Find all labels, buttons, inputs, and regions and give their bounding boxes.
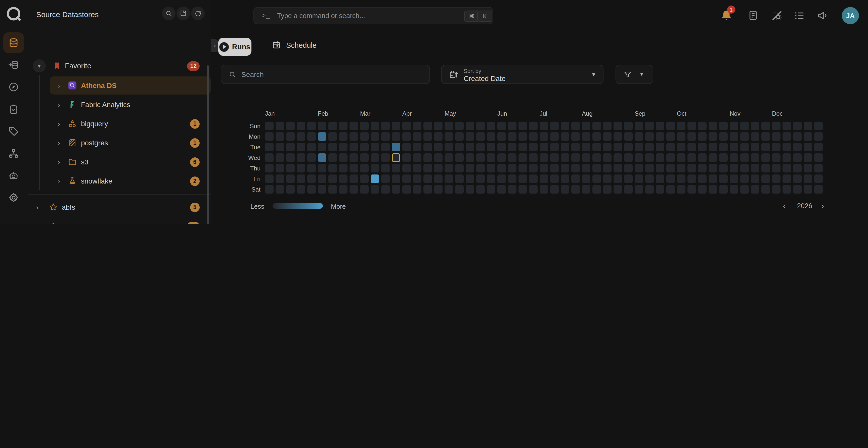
heatmap-cell[interactable] <box>656 143 664 151</box>
heatmap-cell[interactable] <box>297 153 305 162</box>
heatmap-cell[interactable] <box>318 122 327 130</box>
heatmap-cell[interactable] <box>793 122 802 130</box>
heatmap-cell[interactable] <box>424 174 432 183</box>
heatmap-cell[interactable] <box>381 143 390 151</box>
heatmap-cell[interactable] <box>772 174 780 183</box>
heatmap-cell[interactable] <box>645 164 654 172</box>
heatmap-cell-active[interactable] <box>392 153 400 162</box>
heatmap-cell[interactable] <box>466 164 474 172</box>
heatmap-cell[interactable] <box>424 153 432 162</box>
heatmap-cell[interactable] <box>582 153 590 162</box>
heatmap-cell[interactable] <box>751 185 760 194</box>
heatmap-cell[interactable] <box>804 174 812 183</box>
heatmap-cell[interactable] <box>603 153 612 162</box>
heatmap-cell[interactable] <box>592 174 601 183</box>
heatmap-cell[interactable] <box>677 164 685 172</box>
heatmap-cell[interactable] <box>455 185 464 194</box>
heatmap-cell[interactable] <box>677 122 685 130</box>
heatmap-cell[interactable] <box>539 185 548 194</box>
heatmap-cell[interactable] <box>444 132 453 141</box>
heatmap-cell[interactable] <box>666 143 675 151</box>
heatmap-cell[interactable] <box>276 185 284 194</box>
heatmap-cell[interactable] <box>497 174 506 183</box>
heatmap-cell[interactable] <box>476 143 485 151</box>
heatmap-cell[interactable] <box>614 132 622 141</box>
heatmap-cell[interactable] <box>762 164 770 172</box>
heatmap-cell[interactable] <box>571 174 580 183</box>
heatmap-cell[interactable] <box>508 164 517 172</box>
heatmap-cell[interactable] <box>772 185 780 194</box>
heatmap-cell[interactable] <box>508 185 517 194</box>
heatmap-cell[interactable] <box>698 132 707 141</box>
heatmap-cell[interactable] <box>392 132 400 141</box>
heatmap-cell[interactable] <box>772 153 780 162</box>
heatmap-cell[interactable] <box>339 164 347 172</box>
heatmap-cell[interactable] <box>782 164 791 172</box>
sidebar-item-athena-ds[interactable]: ›Athena DS <box>50 76 211 95</box>
heatmap-cell[interactable] <box>561 122 569 130</box>
heatmap-cell-active[interactable] <box>392 143 400 151</box>
user-avatar[interactable]: JA <box>842 7 859 24</box>
heatmap-cell[interactable] <box>497 132 506 141</box>
heatmap-cell[interactable] <box>793 143 802 151</box>
heatmap-cell[interactable] <box>762 132 770 141</box>
heatmap-cell[interactable] <box>762 143 770 151</box>
heatmap-cell[interactable] <box>276 164 284 172</box>
heatmap-cell[interactable] <box>360 164 369 172</box>
heatmap-cell[interactable] <box>751 164 760 172</box>
heatmap-cell[interactable] <box>360 143 369 151</box>
heatmap-cell[interactable] <box>656 185 664 194</box>
heatmap-cell[interactable] <box>592 122 601 130</box>
heatmap-cell[interactable] <box>519 174 527 183</box>
heatmap-cell[interactable] <box>614 164 622 172</box>
heatmap-cell[interactable] <box>329 153 337 162</box>
sidebar-item-s3[interactable]: ›s36 <box>50 153 211 171</box>
heatmap-cell[interactable] <box>444 122 453 130</box>
heatmap-cell[interactable] <box>624 153 633 162</box>
heatmap-cell[interactable] <box>634 122 643 130</box>
heatmap-cell[interactable] <box>719 153 728 162</box>
heatmap-cell[interactable] <box>762 185 770 194</box>
heatmap-cell[interactable] <box>687 143 696 151</box>
heatmap-cell[interactable] <box>539 174 548 183</box>
heatmap-cell[interactable] <box>772 164 780 172</box>
rail-item-datastores[interactable] <box>3 32 24 53</box>
chevron-right-icon[interactable]: › <box>58 82 60 89</box>
heatmap-cell[interactable] <box>402 174 411 183</box>
heatmap-cell[interactable] <box>634 143 643 151</box>
heatmap-cell[interactable] <box>677 153 685 162</box>
sidebar-refresh-button[interactable] <box>191 6 205 20</box>
heatmap-cell[interactable] <box>286 132 295 141</box>
heatmap-cell[interactable] <box>487 185 495 194</box>
heatmap-cell[interactable] <box>424 122 432 130</box>
heatmap-cell[interactable] <box>603 143 612 151</box>
heatmap-cell[interactable] <box>497 122 506 130</box>
heatmap-cell[interactable] <box>592 143 601 151</box>
heatmap-cell[interactable] <box>571 164 580 172</box>
heatmap-cell[interactable] <box>687 122 696 130</box>
heatmap-cell[interactable] <box>455 153 464 162</box>
app-logo-icon[interactable] <box>5 5 22 23</box>
heatmap-cell[interactable] <box>339 132 347 141</box>
heatmap-cell[interactable] <box>751 153 760 162</box>
heatmap-cell[interactable] <box>529 122 537 130</box>
heatmap-cell[interactable] <box>476 185 485 194</box>
heatmap-cell[interactable] <box>709 153 717 162</box>
heatmap-cell[interactable] <box>413 185 422 194</box>
heatmap-cell[interactable] <box>624 164 633 172</box>
heatmap-cell[interactable] <box>349 153 358 162</box>
heatmap-cell[interactable] <box>339 143 347 151</box>
tab-schedule[interactable]: Schedule <box>272 40 317 50</box>
heatmap-cell[interactable] <box>666 153 675 162</box>
chevron-right-icon[interactable]: › <box>58 158 60 166</box>
heatmap-cell[interactable] <box>814 132 823 141</box>
heatmap-cell[interactable] <box>698 153 707 162</box>
heatmap-cell[interactable] <box>782 185 791 194</box>
heatmap-cell[interactable] <box>677 185 685 194</box>
heatmap-cell[interactable] <box>455 143 464 151</box>
heatmap-cell[interactable] <box>413 132 422 141</box>
heatmap-cell[interactable] <box>634 164 643 172</box>
rail-item-lineage[interactable] <box>3 143 24 164</box>
heatmap-cell[interactable] <box>329 143 337 151</box>
heatmap-cell[interactable] <box>455 132 464 141</box>
